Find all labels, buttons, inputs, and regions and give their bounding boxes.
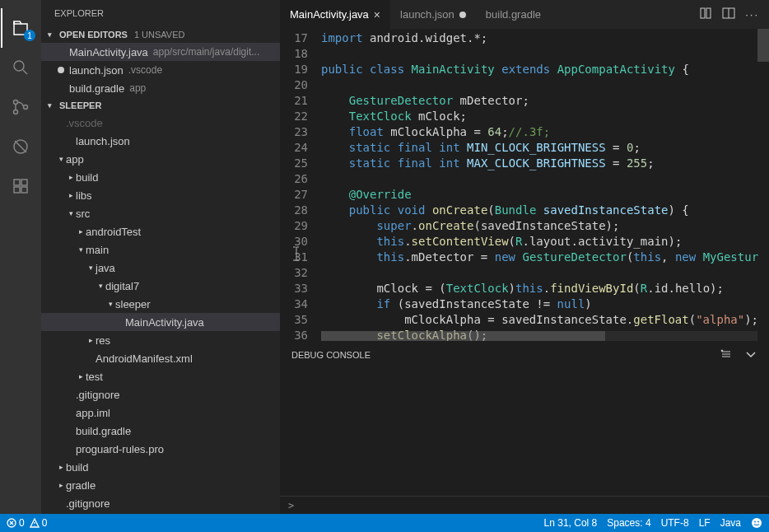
folder-item[interactable]: ▸androidTest [41, 222, 280, 240]
folder-item[interactable]: ▾sleeper [41, 295, 280, 313]
file-name: build.gradle [69, 82, 124, 95]
folder-item[interactable]: ▾java [41, 259, 280, 277]
chevron-down-icon: ▾ [105, 300, 115, 308]
chevron-right-icon: ▸ [56, 481, 66, 489]
svg-point-15 [757, 521, 759, 523]
folder-item[interactable]: ▾digital7 [41, 277, 280, 295]
chevron-down-icon: ▾ [56, 155, 66, 163]
panel-title[interactable]: Debug Console [291, 350, 371, 360]
chevron-down-icon[interactable] [744, 348, 757, 362]
tree-label: androidTest [86, 226, 141, 238]
file-item[interactable]: proguard-rules.pro [41, 440, 280, 458]
file-tree: .vscodelaunch.json▾app▸build▸libs▾src▸an… [41, 114, 280, 514]
tree-label: build [76, 171, 98, 184]
chevron-right-icon: ▸ [56, 463, 66, 471]
svg-point-1 [14, 100, 18, 105]
folder-item[interactable]: ▸libs [41, 186, 280, 204]
split-editor-icon[interactable] [722, 7, 735, 22]
chevron-right-icon: ▸ [86, 336, 96, 344]
tree-label: main [86, 244, 109, 256]
status-eol[interactable]: LF [699, 517, 711, 529]
tree-label: libs [76, 189, 92, 202]
folder-item[interactable]: ▾app [41, 150, 280, 168]
modified-dot-icon [58, 67, 64, 73]
tree-label: build [66, 461, 88, 474]
status-bar: 0 0 Ln 31, Col 8 Spaces: 4 UTF-8 LF Java [0, 514, 769, 532]
svg-point-0 [14, 61, 24, 71]
status-warnings[interactable]: 0 [30, 517, 48, 529]
open-editors-list: MainActivity.javaapp/src/main/java/digit… [41, 43, 280, 97]
explorer-icon[interactable]: 1 [1, 8, 40, 48]
more-actions-icon[interactable]: ··· [745, 8, 759, 21]
folder-item[interactable]: ▸test [41, 367, 280, 385]
folder-item[interactable]: ▸build [41, 458, 280, 476]
tree-label: digital7 [105, 280, 139, 292]
file-item[interactable]: .vscode [41, 114, 280, 132]
chevron-right-icon: ▸ [66, 173, 76, 181]
debug-icon[interactable] [1, 127, 40, 166]
chevron-right-icon: ▸ [76, 227, 86, 236]
line-numbers: 1718192021222324252627282930313233343536 [280, 29, 321, 341]
file-item[interactable]: .gitignore [41, 385, 280, 404]
file-item[interactable]: launch.json [41, 132, 280, 150]
status-language[interactable]: Java [720, 517, 741, 529]
file-item[interactable]: app.iml [41, 404, 280, 422]
status-cursor-position[interactable]: Ln 31, Col 8 [544, 517, 598, 529]
file-item[interactable]: MainActivity.java [41, 313, 280, 331]
status-encoding[interactable]: UTF-8 [661, 517, 689, 529]
folder-item[interactable]: ▸gradle [41, 476, 280, 494]
folder-item[interactable]: ▸res [41, 331, 280, 349]
tree-label: res [96, 334, 110, 347]
tree-label: .gitignore [66, 497, 110, 510]
sidebar-title: Explorer [41, 0, 280, 26]
editor-tab[interactable]: launch.json [390, 0, 476, 29]
open-editor-item[interactable]: MainActivity.javaapp/src/main/java/digit… [41, 43, 280, 61]
scrollbar-horizontal[interactable] [321, 331, 757, 341]
tree-label: launch.json [76, 135, 130, 147]
status-errors[interactable]: 0 [7, 517, 25, 529]
workspace-header[interactable]: ▾ Sleeper [41, 97, 280, 114]
open-editors-header[interactable]: ▾ Open Editors 1 Unsaved [41, 26, 280, 43]
close-icon[interactable]: × [374, 8, 380, 21]
chevron-down-icon: ▾ [96, 282, 105, 290]
folder-item[interactable]: ▸build [41, 168, 280, 186]
open-editor-item[interactable]: build.gradleapp [41, 79, 280, 97]
editor[interactable]: 1718192021222324252627282930313233343536… [280, 29, 769, 341]
compare-changes-icon[interactable] [699, 7, 712, 22]
tree-label: gradle [66, 479, 96, 492]
search-icon[interactable] [1, 48, 40, 87]
tree-label: sleeper [115, 298, 151, 310]
file-path: app [129, 82, 146, 94]
scrollbar-vertical[interactable] [757, 29, 769, 62]
file-item[interactable]: build.gradle [41, 422, 280, 440]
editor-group: MainActivity.java×launch.jsonbuild.gradl… [280, 0, 769, 514]
feedback-icon[interactable] [751, 517, 762, 529]
source-control-icon[interactable] [1, 87, 40, 127]
file-item[interactable]: .gitignore [41, 494, 280, 512]
svg-point-2 [14, 110, 18, 114]
chevron-right-icon: ▸ [76, 372, 86, 380]
svg-rect-6 [14, 187, 20, 193]
file-name: launch.json [69, 64, 124, 77]
chevron-down-icon: ▾ [76, 245, 86, 254]
extensions-icon[interactable] [1, 166, 40, 206]
file-path: .vscode [128, 64, 162, 76]
svg-point-14 [754, 521, 756, 523]
breadcrumb[interactable]: > [280, 496, 769, 514]
code-content[interactable]: import android.widget.*; public class Ma… [321, 29, 769, 341]
open-editor-item[interactable]: launch.json.vscode [41, 61, 280, 79]
status-indentation[interactable]: Spaces: 4 [607, 517, 650, 529]
clear-console-icon[interactable] [720, 348, 733, 362]
file-name: MainActivity.java [69, 46, 148, 58]
folder-item[interactable]: ▾main [41, 240, 280, 259]
chevron-right-icon: > [288, 500, 294, 511]
chevron-down-icon: ▾ [48, 101, 56, 110]
tree-label: .gitignore [76, 389, 119, 401]
folder-item[interactable]: ▾src [41, 204, 280, 222]
tree-label: MainActivity.java [125, 316, 204, 329]
chevron-down-icon: ▾ [48, 30, 56, 39]
editor-tab[interactable]: build.gradle [476, 0, 551, 29]
tree-label: src [76, 208, 90, 220]
file-item[interactable]: AndroidManifest.xml [41, 349, 280, 367]
editor-tab[interactable]: MainActivity.java× [280, 0, 390, 29]
